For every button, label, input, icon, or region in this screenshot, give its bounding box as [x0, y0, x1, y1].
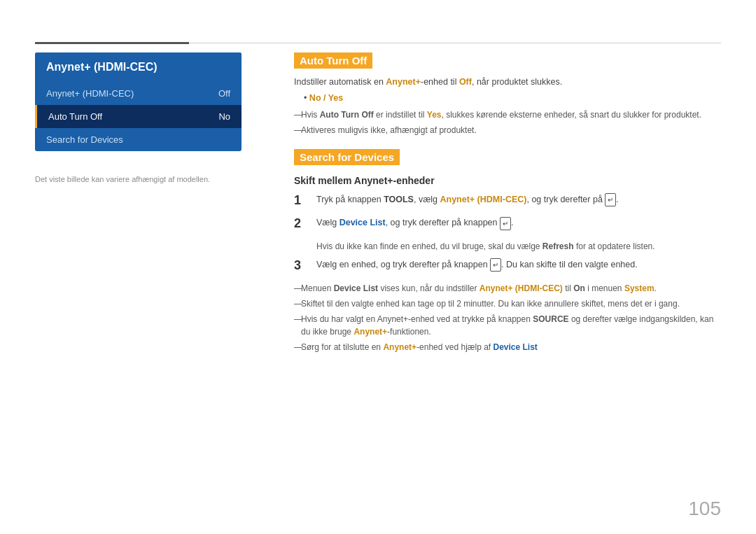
- sidebar-item-autoturnoff-label: Auto Turn Off: [48, 111, 102, 122]
- bottom-note-4: Sørg for at tilslutte en Anynet+-enhed v…: [294, 341, 721, 353]
- sidebar-item-searchdevices-label: Search for Devices: [46, 134, 123, 145]
- sidebar: Anynet+ (HDMI-CEC) Anynet+ (HDMI-CEC) Of…: [35, 52, 241, 151]
- bottom-note-1: Menuen Device List vises kun, når du ind…: [294, 282, 721, 295]
- sidebar-panel: Anynet+ (HDMI-CEC) Anynet+ (HDMI-CEC) Of…: [35, 52, 241, 151]
- sidebar-note: Det viste billede kan variere afhængigt …: [35, 175, 210, 183]
- steps-list: 1 Tryk på knappen TOOLS, vælg Anynet+ (H…: [294, 193, 721, 232]
- step-3: 3 Vælg en enhed, og tryk derefter på kna…: [294, 258, 721, 274]
- step-2-subnote: Hvis du ikke kan finde en enhed, du vil …: [316, 240, 721, 253]
- step-3-content: Vælg en enhed, og tryk derefter på knapp…: [316, 258, 721, 272]
- sidebar-title: Anynet+ (HDMI-CEC): [35, 52, 241, 82]
- section2-heading: Search for Devices: [294, 149, 400, 165]
- section1-no-yes: No / Yes: [309, 93, 343, 103]
- top-decorative-lines: [0, 42, 756, 44]
- section1-note2: Aktiveres muligvis ikke, afhængigt af pr…: [294, 124, 721, 136]
- sidebar-item-autoturnoff[interactable]: Auto Turn Off No: [35, 105, 241, 128]
- enter-icon-2: ↵: [500, 217, 511, 230]
- sidebar-item-anynet[interactable]: Anynet+ (HDMI-CEC) Off: [35, 82, 241, 105]
- enter-icon-3: ↵: [490, 258, 501, 272]
- section1-off-highlight: Off: [459, 77, 472, 87]
- sidebar-item-anynet-value: Off: [218, 88, 230, 99]
- sidebar-item-anynet-label: Anynet+ (HDMI-CEC): [46, 88, 134, 99]
- bottom-notes: Menuen Device List vises kun, når du ind…: [294, 282, 721, 353]
- subsection-title: Skift mellem Anynet+-enheder: [294, 175, 721, 186]
- section1-bullet: • No / Yes: [304, 93, 721, 103]
- enter-icon-1: ↵: [605, 193, 616, 206]
- top-line-light: [189, 43, 721, 43]
- section1-note1: Hvis Auto Turn Off er indstillet til Yes…: [294, 108, 721, 121]
- page-number: 105: [688, 498, 721, 520]
- sidebar-item-searchdevices[interactable]: Search for Devices: [35, 128, 241, 151]
- section1-desc: Indstiller automatisk en Anynet+-enhed t…: [294, 76, 721, 89]
- main-content: Auto Turn Off Indstiller automatisk en A…: [294, 52, 721, 356]
- bottom-note-3: Hvis du har valgt en Anynet+-enhed ved a…: [294, 313, 721, 338]
- top-line-dark: [35, 42, 189, 44]
- step-1-content: Tryk på knappen TOOLS, vælg Anynet+ (HDM…: [316, 193, 721, 206]
- sidebar-item-autoturnoff-value: No: [218, 111, 230, 122]
- step-2-num: 2: [294, 216, 312, 232]
- step-2: 2 Vælg Device List, og tryk derefter på …: [294, 216, 721, 232]
- section-autoturnoff: Auto Turn Off Indstiller automatisk en A…: [294, 52, 721, 136]
- bottom-note-2: Skiftet til den valgte enhed kan tage op…: [294, 297, 721, 310]
- step-1-num: 1: [294, 193, 312, 209]
- section1-anynet-highlight: Anynet+: [386, 77, 421, 87]
- section-searchdevices: Search for Devices Skift mellem Anynet+-…: [294, 149, 721, 353]
- step-1: 1 Tryk på knappen TOOLS, vælg Anynet+ (H…: [294, 193, 721, 209]
- step-2-content: Vælg Device List, og tryk derefter på kn…: [316, 216, 721, 230]
- step-3-num: 3: [294, 258, 312, 274]
- steps-list-2: 3 Vælg en enhed, og tryk derefter på kna…: [294, 258, 721, 274]
- section1-heading: Auto Turn Off: [294, 52, 372, 69]
